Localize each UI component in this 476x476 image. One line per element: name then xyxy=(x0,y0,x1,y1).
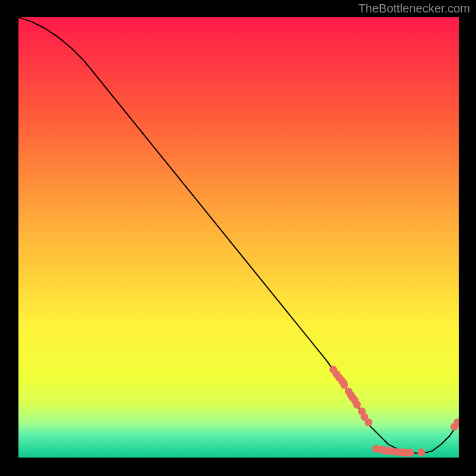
data-point xyxy=(365,418,372,426)
gradient-background xyxy=(18,17,459,458)
watermark-text: TheBottlenecker.com xyxy=(358,2,470,15)
plot-area xyxy=(18,17,459,458)
data-point xyxy=(340,381,348,389)
data-point xyxy=(406,449,414,456)
data-point xyxy=(418,449,425,456)
chart-svg xyxy=(18,17,459,458)
data-point xyxy=(353,401,361,409)
chart-container: TheBottlenecker.com xyxy=(0,0,476,476)
